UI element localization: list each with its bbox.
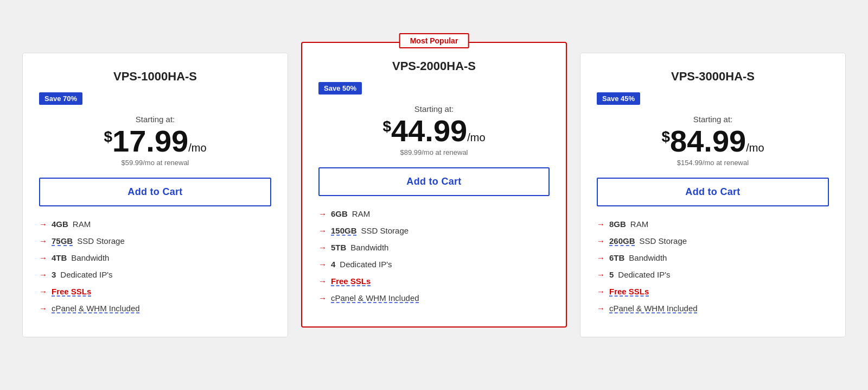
- pricing-card-vps-3000: VPS-3000HA-SSave 45%Starting at: $84.99/…: [580, 53, 846, 337]
- feature-item-vps-1000-3: →3 Dedicated IP's: [39, 270, 271, 279]
- pricing-card-vps-1000: VPS-1000HA-SSave 70%Starting at: $17.99/…: [22, 53, 288, 337]
- feature-item-vps-2000-0: →6GB RAM: [318, 209, 550, 218]
- arrow-icon: →: [39, 270, 47, 279]
- feature-text-vps-3000-0: RAM: [630, 219, 648, 229]
- feature-text-vps-2000-2: Bandwidth: [350, 243, 388, 252]
- price-amount-vps-2000: 44.99: [391, 114, 467, 148]
- feature-text-vps-3000-5: cPanel & WHM Included: [609, 304, 698, 313]
- feature-item-vps-2000-1: →150GB SSD Storage: [318, 226, 550, 235]
- feature-text-vps-1000-1: SSD Storage: [77, 236, 125, 246]
- arrow-icon: →: [39, 253, 47, 262]
- renewal-price-vps-3000: $154.99/mo at renewal: [597, 159, 829, 167]
- add-to-cart-button-vps-1000[interactable]: Add to Cart: [39, 178, 271, 206]
- renewal-price-vps-2000: $89.99/mo at renewal: [318, 148, 550, 156]
- feature-text-vps-2000-3: Dedicated IP's: [340, 260, 392, 269]
- price-amount-vps-1000: 17.99: [112, 124, 188, 158]
- feature-bold-vps-2000-4: Free SSLs: [331, 276, 371, 286]
- features-list-vps-2000: →6GB RAM →150GB SSD Storage →5TB Bandwid…: [318, 209, 550, 303]
- arrow-icon: →: [39, 236, 47, 246]
- arrow-icon: →: [597, 219, 605, 229]
- arrow-icon: →: [39, 287, 47, 296]
- arrow-icon: →: [318, 209, 327, 218]
- arrow-icon: →: [318, 293, 327, 303]
- price-mo-vps-3000: /mo: [746, 142, 764, 154]
- feature-bold-vps-1000-1: 75GB: [52, 236, 73, 246]
- price-mo-vps-2000: /mo: [467, 131, 485, 143]
- feature-item-vps-3000-3: →5 Dedicated IP's: [597, 270, 829, 279]
- feature-item-vps-1000-5: →cPanel & WHM Included: [39, 304, 271, 313]
- feature-bold-vps-2000-0: 6GB: [331, 209, 348, 218]
- feature-item-vps-3000-0: →8GB RAM: [597, 219, 829, 229]
- arrow-icon: →: [39, 219, 47, 229]
- feature-text-vps-2000-1: SSD Storage: [361, 226, 409, 235]
- feature-bold-vps-2000-2: 5TB: [331, 243, 346, 252]
- add-to-cart-button-vps-3000[interactable]: Add to Cart: [597, 178, 829, 206]
- arrow-icon: →: [39, 304, 47, 313]
- feature-text-vps-2000-0: RAM: [352, 209, 370, 218]
- price-mo-vps-1000: /mo: [188, 142, 206, 154]
- arrow-icon: →: [597, 236, 605, 246]
- price-row-vps-2000: $44.99/mo: [318, 116, 550, 146]
- arrow-icon: →: [597, 270, 605, 279]
- price-row-vps-3000: $84.99/mo: [597, 126, 829, 156]
- arrow-icon: →: [318, 276, 327, 286]
- arrow-icon: →: [318, 226, 327, 235]
- card-title-vps-1000: VPS-1000HA-S: [39, 70, 271, 84]
- features-list-vps-1000: →4GB RAM →75GB SSD Storage →4TB Bandwidt…: [39, 219, 271, 313]
- feature-text-vps-3000-1: SSD Storage: [640, 236, 687, 246]
- renewal-price-vps-1000: $59.99/mo at renewal: [39, 159, 271, 167]
- feature-text-vps-1000-3: Dedicated IP's: [60, 270, 112, 279]
- arrow-icon: →: [318, 243, 327, 252]
- most-popular-badge: Most Popular: [399, 33, 469, 48]
- price-row-vps-1000: $17.99/mo: [39, 126, 271, 156]
- feature-text-vps-1000-5: cPanel & WHM Included: [52, 304, 140, 313]
- card-title-vps-3000: VPS-3000HA-S: [597, 70, 829, 84]
- feature-item-vps-1000-1: →75GB SSD Storage: [39, 236, 271, 246]
- starting-at-vps-3000: Starting at:: [597, 115, 829, 124]
- starting-at-vps-1000: Starting at:: [39, 115, 271, 124]
- price-dollar-vps-2000: $: [382, 119, 391, 134]
- feature-text-vps-3000-3: Dedicated IP's: [618, 270, 670, 279]
- feature-bold-vps-1000-4: Free SSLs: [52, 287, 91, 296]
- add-to-cart-button-vps-2000[interactable]: Add to Cart: [318, 167, 550, 196]
- features-list-vps-3000: →8GB RAM →260GB SSD Storage →6TB Bandwid…: [597, 219, 829, 313]
- feature-item-vps-2000-2: →5TB Bandwidth: [318, 243, 550, 252]
- pricing-card-vps-2000: Most PopularVPS-2000HA-SSave 50%Starting…: [301, 42, 567, 328]
- feature-text-vps-1000-0: RAM: [73, 219, 91, 229]
- price-amount-vps-3000: 84.99: [670, 124, 746, 158]
- feature-text-vps-3000-2: Bandwidth: [629, 253, 667, 262]
- save-badge-vps-2000: Save 50%: [318, 82, 362, 95]
- feature-bold-vps-3000-3: 5: [609, 270, 614, 279]
- card-title-vps-2000: VPS-2000HA-S: [318, 59, 550, 73]
- feature-item-vps-3000-1: →260GB SSD Storage: [597, 236, 829, 246]
- feature-text-vps-2000-5: cPanel & WHM Included: [331, 293, 419, 303]
- save-badge-vps-3000: Save 45%: [597, 92, 640, 105]
- feature-bold-vps-1000-2: 4TB: [52, 253, 67, 262]
- starting-at-vps-2000: Starting at:: [318, 104, 550, 114]
- feature-bold-vps-1000-0: 4GB: [52, 219, 68, 229]
- feature-bold-vps-3000-2: 6TB: [609, 253, 624, 262]
- feature-bold-vps-2000-3: 4: [331, 260, 335, 269]
- feature-bold-vps-3000-4: Free SSLs: [609, 287, 649, 296]
- price-dollar-vps-3000: $: [661, 129, 670, 144]
- feature-item-vps-1000-4: →Free SSLs: [39, 287, 271, 296]
- feature-text-vps-1000-2: Bandwidth: [71, 253, 109, 262]
- feature-bold-vps-3000-1: 260GB: [609, 236, 635, 246]
- arrow-icon: →: [597, 304, 605, 313]
- feature-item-vps-2000-4: →Free SSLs: [318, 276, 550, 286]
- feature-bold-vps-2000-1: 150GB: [331, 226, 357, 235]
- price-dollar-vps-1000: $: [104, 129, 112, 144]
- feature-item-vps-3000-4: →Free SSLs: [597, 287, 829, 296]
- pricing-container: VPS-1000HA-SSave 70%Starting at: $17.99/…: [11, 42, 857, 348]
- feature-item-vps-3000-5: →cPanel & WHM Included: [597, 304, 829, 313]
- feature-bold-vps-3000-0: 8GB: [609, 219, 626, 229]
- feature-bold-vps-1000-3: 3: [52, 270, 56, 279]
- feature-item-vps-3000-2: →6TB Bandwidth: [597, 253, 829, 262]
- feature-item-vps-2000-3: →4 Dedicated IP's: [318, 260, 550, 269]
- feature-item-vps-1000-2: →4TB Bandwidth: [39, 253, 271, 262]
- feature-item-vps-1000-0: →4GB RAM: [39, 219, 271, 229]
- feature-item-vps-2000-5: →cPanel & WHM Included: [318, 293, 550, 303]
- save-badge-vps-1000: Save 70%: [39, 92, 82, 105]
- arrow-icon: →: [597, 287, 605, 296]
- arrow-icon: →: [597, 253, 605, 262]
